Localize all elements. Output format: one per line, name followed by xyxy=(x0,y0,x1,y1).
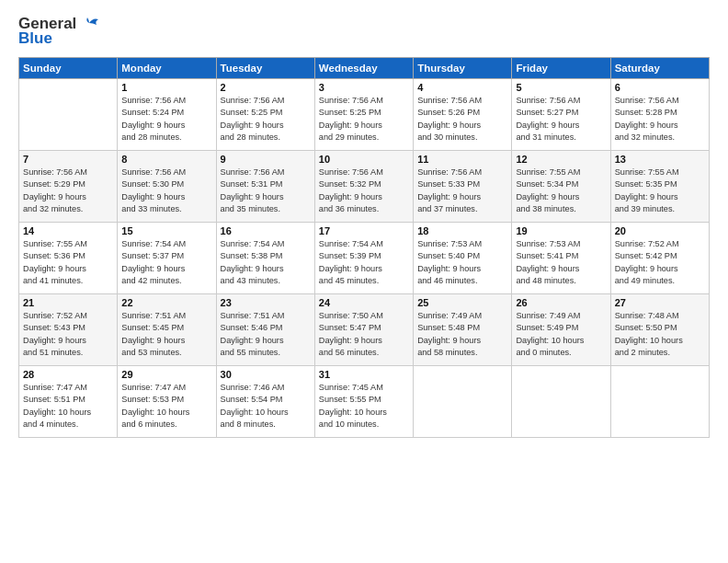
day-info: Sunrise: 7:51 AM Sunset: 5:46 PM Dayligh… xyxy=(221,310,311,359)
day-number: 9 xyxy=(221,154,311,165)
day-info: Sunrise: 7:56 AM Sunset: 5:25 PM Dayligh… xyxy=(221,95,311,144)
calendar-cell: 19Sunrise: 7:53 AM Sunset: 5:41 PM Dayli… xyxy=(512,223,610,294)
day-number: 22 xyxy=(121,297,211,308)
calendar-cell: 14Sunrise: 7:55 AM Sunset: 5:36 PM Dayli… xyxy=(19,223,118,294)
day-info: Sunrise: 7:51 AM Sunset: 5:45 PM Dayligh… xyxy=(121,310,211,359)
day-number: 6 xyxy=(615,82,705,93)
day-info: Sunrise: 7:56 AM Sunset: 5:26 PM Dayligh… xyxy=(417,95,507,144)
calendar-cell: 21Sunrise: 7:52 AM Sunset: 5:43 PM Dayli… xyxy=(19,294,118,366)
day-number: 8 xyxy=(121,154,211,165)
day-number: 27 xyxy=(615,297,705,308)
calendar-cell: 13Sunrise: 7:55 AM Sunset: 5:35 PM Dayli… xyxy=(610,151,709,223)
day-info: Sunrise: 7:49 AM Sunset: 5:49 PM Dayligh… xyxy=(516,310,606,359)
day-info: Sunrise: 7:54 AM Sunset: 5:37 PM Dayligh… xyxy=(121,238,211,287)
calendar-cell: 23Sunrise: 7:51 AM Sunset: 5:46 PM Dayli… xyxy=(216,294,314,366)
calendar-cell: 12Sunrise: 7:55 AM Sunset: 5:34 PM Dayli… xyxy=(512,151,610,223)
calendar-cell xyxy=(19,79,118,151)
week-row-2: 7Sunrise: 7:56 AM Sunset: 5:29 PM Daylig… xyxy=(19,151,710,223)
day-header-friday: Friday xyxy=(512,58,610,79)
day-header-tuesday: Tuesday xyxy=(216,58,314,79)
calendar-table: SundayMondayTuesdayWednesdayThursdayFrid… xyxy=(18,57,710,438)
day-info: Sunrise: 7:50 AM Sunset: 5:47 PM Dayligh… xyxy=(319,310,409,359)
day-info: Sunrise: 7:54 AM Sunset: 5:39 PM Dayligh… xyxy=(319,238,409,287)
calendar-cell: 20Sunrise: 7:52 AM Sunset: 5:42 PM Dayli… xyxy=(610,223,709,294)
day-info: Sunrise: 7:47 AM Sunset: 5:53 PM Dayligh… xyxy=(121,382,211,431)
day-number: 1 xyxy=(121,82,211,93)
calendar-cell: 1Sunrise: 7:56 AM Sunset: 5:24 PM Daylig… xyxy=(118,79,216,151)
day-info: Sunrise: 7:54 AM Sunset: 5:38 PM Dayligh… xyxy=(221,238,311,287)
calendar-cell: 3Sunrise: 7:56 AM Sunset: 5:25 PM Daylig… xyxy=(314,79,413,151)
day-number: 30 xyxy=(221,369,311,380)
calendar-cell: 4Sunrise: 7:56 AM Sunset: 5:26 PM Daylig… xyxy=(414,79,512,151)
day-info: Sunrise: 7:52 AM Sunset: 5:43 PM Dayligh… xyxy=(23,310,113,359)
day-info: Sunrise: 7:55 AM Sunset: 5:35 PM Dayligh… xyxy=(615,167,705,215)
day-number: 13 xyxy=(615,154,705,165)
calendar-cell: 16Sunrise: 7:54 AM Sunset: 5:38 PM Dayli… xyxy=(216,223,314,294)
day-number: 23 xyxy=(221,297,311,308)
day-number: 3 xyxy=(319,82,409,93)
calendar-cell: 17Sunrise: 7:54 AM Sunset: 5:39 PM Dayli… xyxy=(314,223,413,294)
day-info: Sunrise: 7:56 AM Sunset: 5:30 PM Dayligh… xyxy=(121,167,211,215)
day-number: 18 xyxy=(417,225,507,236)
day-number: 15 xyxy=(121,225,211,236)
day-header-saturday: Saturday xyxy=(610,58,709,79)
day-info: Sunrise: 7:56 AM Sunset: 5:27 PM Dayligh… xyxy=(516,95,606,144)
day-number: 21 xyxy=(23,297,113,308)
main-container: General Blue SundayMondayTuesdayWednesda… xyxy=(0,0,728,447)
day-number: 31 xyxy=(319,369,409,380)
day-number: 4 xyxy=(417,82,507,93)
day-info: Sunrise: 7:56 AM Sunset: 5:32 PM Dayligh… xyxy=(319,167,409,215)
day-header-wednesday: Wednesday xyxy=(314,58,413,79)
day-info: Sunrise: 7:56 AM Sunset: 5:29 PM Dayligh… xyxy=(23,167,113,215)
day-number: 28 xyxy=(23,369,113,380)
day-info: Sunrise: 7:45 AM Sunset: 5:55 PM Dayligh… xyxy=(319,382,409,431)
day-info: Sunrise: 7:53 AM Sunset: 5:40 PM Dayligh… xyxy=(417,238,507,287)
day-number: 19 xyxy=(516,225,606,236)
day-number: 7 xyxy=(23,154,113,165)
day-header-thursday: Thursday xyxy=(414,58,512,79)
calendar-cell: 7Sunrise: 7:56 AM Sunset: 5:29 PM Daylig… xyxy=(19,151,118,223)
calendar-cell: 9Sunrise: 7:56 AM Sunset: 5:31 PM Daylig… xyxy=(216,151,314,223)
day-number: 11 xyxy=(417,154,507,165)
calendar-cell: 2Sunrise: 7:56 AM Sunset: 5:25 PM Daylig… xyxy=(216,79,314,151)
day-info: Sunrise: 7:56 AM Sunset: 5:31 PM Dayligh… xyxy=(221,167,311,215)
day-info: Sunrise: 7:55 AM Sunset: 5:34 PM Dayligh… xyxy=(516,167,606,215)
calendar-cell: 25Sunrise: 7:49 AM Sunset: 5:48 PM Dayli… xyxy=(414,294,512,366)
day-info: Sunrise: 7:56 AM Sunset: 5:24 PM Dayligh… xyxy=(121,95,211,144)
calendar-cell: 11Sunrise: 7:56 AM Sunset: 5:33 PM Dayli… xyxy=(414,151,512,223)
day-header-sunday: Sunday xyxy=(19,58,118,79)
week-row-4: 21Sunrise: 7:52 AM Sunset: 5:43 PM Dayli… xyxy=(19,294,710,366)
calendar-cell: 30Sunrise: 7:46 AM Sunset: 5:54 PM Dayli… xyxy=(216,366,314,438)
logo-bird-icon xyxy=(80,16,100,32)
day-info: Sunrise: 7:56 AM Sunset: 5:28 PM Dayligh… xyxy=(615,95,705,144)
calendar-cell: 18Sunrise: 7:53 AM Sunset: 5:40 PM Dayli… xyxy=(414,223,512,294)
calendar-cell: 27Sunrise: 7:48 AM Sunset: 5:50 PM Dayli… xyxy=(610,294,709,366)
calendar-cell: 24Sunrise: 7:50 AM Sunset: 5:47 PM Dayli… xyxy=(314,294,413,366)
calendar-cell xyxy=(512,366,610,438)
calendar-cell: 6Sunrise: 7:56 AM Sunset: 5:28 PM Daylig… xyxy=(610,79,709,151)
day-number: 5 xyxy=(516,82,606,93)
calendar-cell: 5Sunrise: 7:56 AM Sunset: 5:27 PM Daylig… xyxy=(512,79,610,151)
calendar-cell: 15Sunrise: 7:54 AM Sunset: 5:37 PM Dayli… xyxy=(118,223,216,294)
day-number: 24 xyxy=(319,297,409,308)
day-number: 20 xyxy=(615,225,705,236)
day-info: Sunrise: 7:47 AM Sunset: 5:51 PM Dayligh… xyxy=(23,382,113,431)
day-info: Sunrise: 7:48 AM Sunset: 5:50 PM Dayligh… xyxy=(615,310,705,359)
calendar-cell: 10Sunrise: 7:56 AM Sunset: 5:32 PM Dayli… xyxy=(314,151,413,223)
calendar-cell: 29Sunrise: 7:47 AM Sunset: 5:53 PM Dayli… xyxy=(118,366,216,438)
calendar-cell: 8Sunrise: 7:56 AM Sunset: 5:30 PM Daylig… xyxy=(118,151,216,223)
calendar-cell: 26Sunrise: 7:49 AM Sunset: 5:49 PM Dayli… xyxy=(512,294,610,366)
day-number: 17 xyxy=(319,225,409,236)
day-info: Sunrise: 7:56 AM Sunset: 5:33 PM Dayligh… xyxy=(417,167,507,215)
day-number: 29 xyxy=(121,369,211,380)
logo: General Blue xyxy=(18,15,100,48)
day-number: 14 xyxy=(23,225,113,236)
day-number: 2 xyxy=(221,82,311,93)
day-info: Sunrise: 7:55 AM Sunset: 5:36 PM Dayligh… xyxy=(23,238,113,287)
day-number: 26 xyxy=(516,297,606,308)
week-row-3: 14Sunrise: 7:55 AM Sunset: 5:36 PM Dayli… xyxy=(19,223,710,294)
day-info: Sunrise: 7:56 AM Sunset: 5:25 PM Dayligh… xyxy=(319,95,409,144)
calendar-cell: 28Sunrise: 7:47 AM Sunset: 5:51 PM Dayli… xyxy=(19,366,118,438)
logo-blue-text: Blue xyxy=(18,29,52,48)
day-number: 10 xyxy=(319,154,409,165)
